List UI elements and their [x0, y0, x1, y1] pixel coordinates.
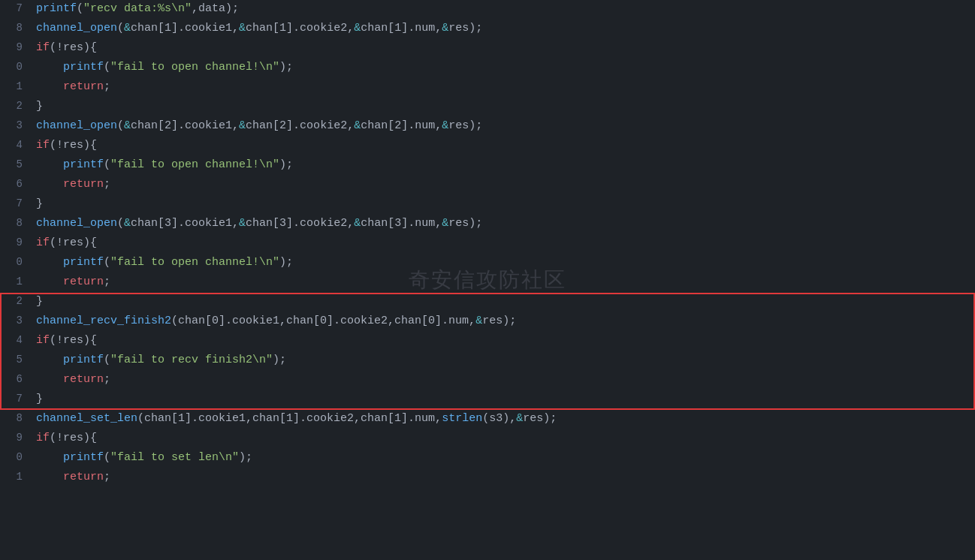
token: &	[442, 22, 448, 35]
token: if	[36, 236, 50, 249]
token: &	[354, 22, 361, 35]
token	[36, 373, 63, 386]
token: &	[354, 119, 361, 132]
token: printf	[36, 2, 77, 15]
line-number: 3	[0, 118, 32, 134]
token	[36, 354, 63, 366]
token: "recv data:%s\n"	[83, 2, 192, 15]
code-line: 7}	[0, 390, 975, 410]
line-content: if(!res){	[32, 429, 975, 447]
code-line: 9if(!res){	[0, 429, 975, 449]
line-content: }	[32, 390, 975, 408]
token: chan[2].cookie1,	[131, 119, 239, 132]
token: if	[36, 41, 50, 54]
line-content: printf("fail to open channel!\n");	[32, 59, 975, 76]
token: (	[137, 412, 144, 425]
code-line: 0 printf("fail to open channel!\n");	[0, 254, 975, 273]
token: data	[198, 2, 225, 15]
token: chan[3].num,	[361, 217, 442, 230]
token: &	[516, 412, 523, 425]
token: ;	[104, 275, 110, 288]
line-number: 1	[0, 469, 32, 486]
line-number: 9	[0, 40, 32, 56]
token: );	[273, 354, 286, 366]
code-line: 6 return;	[0, 176, 975, 195]
line-content: channel_open(&chan[2].cookie1,&chan[2].c…	[32, 117, 975, 134]
code-line: 0 printf("fail to open channel!\n");	[0, 59, 975, 78]
line-content: printf("fail to set len\n");	[32, 449, 975, 466]
token: &	[124, 22, 131, 35]
token: (	[117, 119, 124, 132]
token: printf	[63, 61, 104, 74]
token: strlen	[442, 412, 482, 425]
code-line: 4if(!res){	[0, 332, 975, 351]
line-number: 5	[0, 352, 32, 369]
token: (!res){	[50, 139, 97, 152]
line-number: 4	[0, 333, 32, 349]
token: chan[3].cookie1,	[131, 217, 239, 230]
line-number: 1	[0, 274, 32, 291]
line-content: channel_open(&chan[3].cookie1,&chan[3].c…	[32, 215, 975, 232]
token: printf	[63, 354, 104, 366]
token: printf	[63, 256, 104, 269]
token: &	[475, 315, 482, 327]
code-line: 5 printf("fail to open channel!\n");	[0, 156, 975, 176]
token	[36, 80, 63, 93]
code-line: 1 return;	[0, 273, 975, 293]
code-line: 7}	[0, 195, 975, 215]
line-number: 7	[0, 196, 32, 212]
token: chan[1].cookie1,	[131, 22, 239, 35]
token: chan[1].cookie2,	[246, 22, 354, 35]
token: printf	[63, 158, 104, 171]
token	[36, 178, 63, 191]
token	[36, 451, 63, 464]
token: chan[1].num,	[361, 22, 442, 35]
token: (	[117, 217, 124, 230]
line-number: 9	[0, 430, 32, 447]
token: (!res){	[50, 236, 97, 249]
token: chan[2].cookie2,	[246, 119, 354, 132]
token: s3	[489, 412, 503, 425]
token: chan[0].cookie1,chan[0].cookie2,chan[0].…	[178, 315, 475, 327]
token: );	[279, 158, 293, 171]
token: res);	[482, 315, 516, 327]
token: }	[36, 295, 43, 308]
token: chan[3].cookie2,	[246, 217, 354, 230]
token: return	[63, 80, 104, 93]
token: if	[36, 139, 50, 152]
token: res);	[448, 119, 482, 132]
token: return	[63, 471, 104, 483]
token: channel_set_len	[36, 412, 137, 425]
line-content: if(!res){	[32, 234, 975, 251]
line-content: channel_open(&chan[1].cookie1,&chan[1].c…	[32, 20, 975, 37]
token: &	[124, 119, 131, 132]
token: "fail to open channel!\n"	[110, 61, 279, 74]
line-number: 4	[0, 137, 32, 154]
line-number: 9	[0, 235, 32, 251]
code-line: 2}	[0, 98, 975, 117]
line-number: 8	[0, 215, 32, 232]
token	[36, 256, 63, 269]
code-line: 5 printf("fail to recv finish2\n");	[0, 351, 975, 371]
line-number: 0	[0, 450, 32, 466]
token: ;	[104, 373, 110, 386]
code-line: 8channel_set_len(chan[1].cookie1,chan[1]…	[0, 410, 975, 429]
token: );	[225, 2, 239, 15]
line-number: 0	[0, 254, 32, 271]
token: "fail to open channel!\n"	[110, 158, 279, 171]
token: printf	[63, 451, 104, 464]
line-number: 6	[0, 372, 32, 388]
token	[36, 61, 63, 74]
token: (!res){	[50, 432, 97, 444]
code-line: 3channel_recv_finish2(chan[0].cookie1,ch…	[0, 312, 975, 332]
token: res);	[448, 217, 482, 230]
line-number: 0	[0, 59, 32, 76]
line-content: return;	[32, 468, 975, 486]
token: }	[36, 393, 43, 405]
token: }	[36, 100, 43, 113]
line-content: if(!res){	[32, 137, 975, 154]
code-line: 8channel_open(&chan[1].cookie1,&chan[1].…	[0, 20, 975, 39]
token: chan[1].cookie1,chan[1].cookie2,chan[1].…	[144, 412, 442, 425]
line-content: }	[32, 195, 975, 212]
line-content: }	[32, 293, 975, 310]
